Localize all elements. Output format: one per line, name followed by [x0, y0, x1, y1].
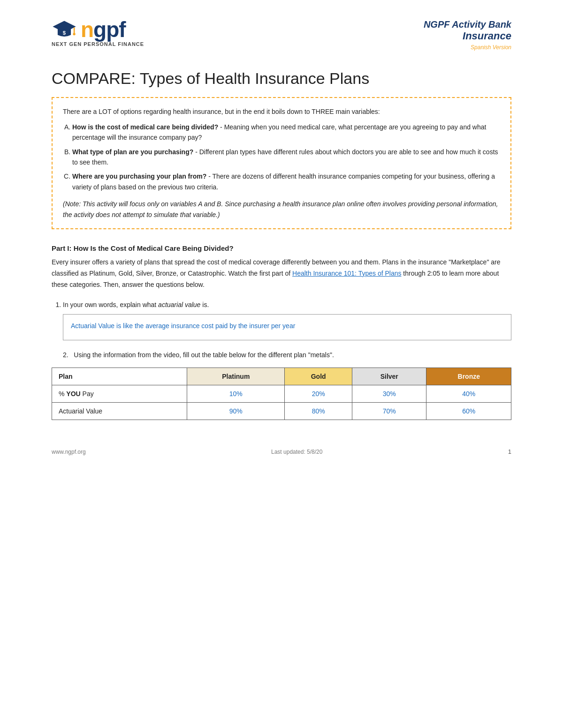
- logo-text: ngpf: [81, 19, 126, 40]
- part1-body: Every insurer offers a variety of plans …: [52, 257, 511, 290]
- intro-box: There are a LOT of options regarding hea…: [52, 97, 511, 229]
- svg-point-3: [73, 33, 75, 35]
- item-b-label: What type of plan are you purchasing?: [72, 148, 193, 156]
- graduation-cap-icon: $: [52, 19, 77, 40]
- col-platinum: Platinum: [187, 368, 285, 385]
- col-plan: Plan: [52, 368, 187, 385]
- question-2-wrapper: 2. Using the information from the video,…: [63, 350, 511, 360]
- intro-note: (Note: This activity will focus only on …: [63, 199, 500, 220]
- col-silver: Silver: [352, 368, 426, 385]
- row-you-pay-silver: 30%: [352, 385, 426, 403]
- col-gold: Gold: [285, 368, 352, 385]
- list-item-c: Where are you purchasing your plan from?…: [72, 171, 500, 192]
- table-row-actuarial: Actuarial Value 90% 80% 70% 60%: [52, 403, 511, 420]
- logo-tagline: NEXT GEN PERSONAL FINANCE: [52, 41, 144, 47]
- list-item-a: How is the cost of medical care being di…: [72, 122, 500, 143]
- footer-website: www.ngpf.org: [52, 449, 86, 455]
- footer-page-number: 1: [508, 448, 511, 455]
- q1-italic: actuarial value: [158, 301, 200, 308]
- row-you-pay-platinum: 10%: [187, 385, 285, 403]
- svg-text:$: $: [63, 30, 66, 36]
- q2-number: 2.: [63, 351, 72, 359]
- row-you-pay-bronze: 40%: [426, 385, 511, 403]
- row-you-pay-gold: 20%: [285, 385, 352, 403]
- page-footer: www.ngpf.org Last updated: 5/8/20 1: [52, 448, 511, 455]
- item-c-label: Where are you purchasing your plan from?: [72, 173, 206, 180]
- q2-text: Using the information from the video, fi…: [74, 351, 334, 359]
- item-a-label: How is the cost of medical care being di…: [72, 123, 218, 131]
- footer-last-updated: Last updated: 5/8/20: [271, 449, 322, 455]
- page-header: $ ngpf NEXT GEN PERSONAL FINANCE NGPF Ac…: [52, 19, 511, 51]
- row-actuarial-silver: 70%: [352, 403, 426, 420]
- row-actuarial-platinum: 90%: [187, 403, 285, 420]
- header-right: NGPF Activity Bank Insurance Spanish Ver…: [424, 19, 511, 51]
- row-actuarial-bronze: 60%: [426, 403, 511, 420]
- intro-opening: There are a LOT of options regarding hea…: [63, 106, 500, 117]
- logo-area: $ ngpf NEXT GEN PERSONAL FINANCE: [52, 19, 144, 47]
- table-header-row: Plan Platinum Gold Silver Bronze: [52, 368, 511, 385]
- question-1-answer[interactable]: Actuarial Value is like the average insu…: [63, 314, 511, 340]
- plan-table: Plan Platinum Gold Silver Bronze % YOU P…: [52, 368, 511, 420]
- health-insurance-link[interactable]: Health Insurance 101: Types of Plans: [292, 270, 401, 277]
- row-actuarial-label: Actuarial Value: [52, 403, 187, 420]
- q1-text1: In your own words, explain what: [63, 301, 158, 308]
- question-list: In your own words, explain what actuaria…: [63, 300, 511, 340]
- logo-row: $ ngpf: [52, 19, 126, 40]
- col-bronze: Bronze: [426, 368, 511, 385]
- activity-bank-title: NGPF Activity Bank: [424, 19, 511, 30]
- row-you-pay-label: % YOU Pay: [52, 385, 187, 403]
- intro-list: How is the cost of medical care being di…: [72, 122, 500, 192]
- activity-bank-subtitle: Insurance: [424, 30, 511, 42]
- q1-text2: is.: [200, 301, 209, 308]
- spanish-version: Spanish Version: [424, 44, 511, 51]
- part1-heading: Part I: How Is the Cost of Medical Care …: [52, 244, 511, 252]
- row-actuarial-gold: 80%: [285, 403, 352, 420]
- question-1: In your own words, explain what actuaria…: [63, 300, 511, 340]
- page-title: COMPARE: Types of Health Insurance Plans: [52, 69, 511, 88]
- table-row-you-pay: % YOU Pay 10% 20% 30% 40%: [52, 385, 511, 403]
- list-item-b: What type of plan are you purchasing? - …: [72, 147, 500, 168]
